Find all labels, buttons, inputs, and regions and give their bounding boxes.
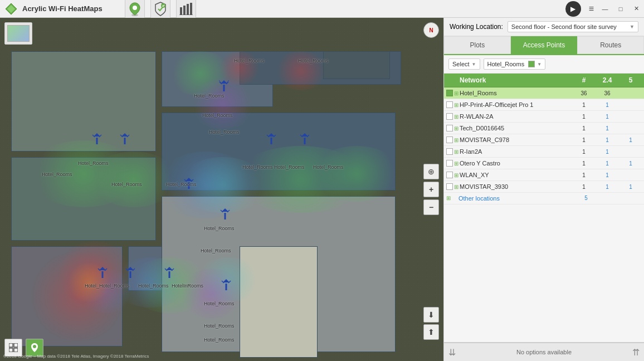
table-row[interactable]: ⊞ Tech_D0016645 1 1: [444, 123, 644, 134]
ap-icon[interactable]: [120, 132, 130, 144]
table-row[interactable]: ⊞ HP-Print-AF-Officejet Pro 1 1 1: [444, 99, 644, 111]
working-location-bar: Working Location: Second floor - Second …: [444, 18, 644, 36]
select-filter[interactable]: Select ▼: [448, 58, 480, 70]
checkbox[interactable]: [446, 136, 453, 143]
ap-icon[interactable]: [184, 177, 194, 189]
tab-plots[interactable]: Plots: [444, 36, 511, 54]
ap-icon[interactable]: [97, 266, 108, 278]
svg-marker-11: [221, 80, 227, 84]
checkbox[interactable]: [446, 148, 453, 155]
expand-button[interactable]: ⊞: [454, 160, 458, 167]
network-name: R-Ian2A: [460, 148, 572, 155]
network-name: HP-Print-AF-Officejet Pro 1: [460, 101, 572, 108]
checkbox[interactable]: [446, 101, 453, 108]
ap-icon[interactable]: [300, 132, 310, 144]
checkbox[interactable]: [446, 90, 453, 96]
map-area[interactable]: Hotel_Rooms Hotel_Rooms Hotel_Rooms Hote…: [0, 18, 443, 361]
close-button[interactable]: ✕: [628, 0, 644, 18]
table-row[interactable]: ⊞ WLAN_XY 1 1: [444, 169, 644, 181]
svg-marker-33: [186, 178, 192, 181]
expand-button[interactable]: ⊞: [454, 125, 458, 131]
row-checkbox[interactable]: ⊞: [446, 113, 458, 120]
expand-button[interactable]: ⊞: [454, 172, 458, 178]
expand-button[interactable]: ⊞: [454, 102, 458, 108]
ap-icon[interactable]: [92, 132, 102, 144]
network-5: 1: [619, 137, 642, 143]
expand-button[interactable]: ⊞: [454, 114, 458, 120]
tab-access-points[interactable]: Access Points: [511, 36, 578, 54]
other-expand-button[interactable]: ⊞: [446, 195, 458, 202]
ap-icon[interactable]: [219, 79, 229, 91]
checkbox[interactable]: [446, 172, 453, 178]
location-icon[interactable]: [125, 0, 145, 19]
network-count: 1: [573, 149, 595, 155]
table-row[interactable]: ⊞ MOVISTAR_C978 1 1 1: [444, 134, 644, 146]
other-locations-row[interactable]: ⊞ Other locations 5: [444, 193, 644, 204]
scroll-left-button[interactable]: ⇊: [448, 347, 456, 358]
row-checkbox[interactable]: ⊞: [446, 136, 458, 143]
table-row[interactable]: ⊞ MOVISTAR_3930 1 1 1: [444, 181, 644, 193]
zoom-out-button[interactable]: −: [423, 199, 439, 215]
play-button[interactable]: ▶: [565, 1, 581, 17]
dropdown-arrow: ▼: [630, 24, 635, 30]
expand-button[interactable]: ⊞: [454, 90, 458, 96]
zoom-in-button[interactable]: +: [423, 182, 439, 197]
checkbox[interactable]: [446, 125, 453, 131]
checkbox[interactable]: [446, 183, 453, 190]
status-text: No options available: [516, 349, 572, 355]
ap-icon[interactable]: [221, 278, 231, 290]
network-name: MOVISTAR_C978: [460, 136, 572, 143]
maximize-button[interactable]: □: [613, 0, 628, 18]
tab-routes[interactable]: Routes: [577, 36, 644, 54]
map-controls: ⊕ + −: [423, 164, 439, 215]
row-checkbox[interactable]: ⊞: [446, 125, 458, 131]
ap-icon[interactable]: [125, 266, 135, 278]
row-checkbox[interactable]: ⊞: [446, 172, 458, 178]
expand-button[interactable]: ⊞: [454, 184, 458, 190]
ap-icon[interactable]: [164, 266, 174, 278]
network-filter[interactable]: Hotel_Rooms ▼: [484, 58, 546, 70]
compass-button[interactable]: ⊕: [423, 164, 439, 179]
menu-button[interactable]: ≡: [586, 4, 597, 14]
network-24: 1: [596, 149, 618, 155]
checkbox[interactable]: [446, 113, 453, 120]
svg-rect-5: [180, 7, 182, 15]
svg-marker-17: [94, 133, 100, 136]
network-5: 1: [619, 184, 642, 190]
layers-button[interactable]: ⬆: [423, 324, 439, 340]
network-24: 1: [596, 102, 618, 108]
table-row[interactable]: ⊞ R-Ian2A 1 1: [444, 146, 644, 158]
network-count: 1: [573, 125, 595, 131]
table-row[interactable]: ⊞ R-WLAN-2A 1 1: [444, 111, 644, 123]
app-logo: [4, 2, 18, 16]
network-count: 1: [573, 184, 595, 190]
working-location-dropdown[interactable]: Second floor - Second floor site survey …: [508, 21, 638, 32]
row-checkbox[interactable]: ⊞: [446, 183, 458, 190]
row-checkbox[interactable]: ⊞: [446, 148, 458, 155]
row-checkbox[interactable]: ⊞: [446, 90, 458, 96]
badge-icon[interactable]: [150, 0, 170, 19]
svg-rect-16: [96, 138, 98, 144]
svg-point-60: [33, 345, 36, 348]
ap-icon[interactable]: [266, 132, 276, 144]
expand-button[interactable]: ⊞: [454, 137, 458, 143]
svg-rect-57: [14, 343, 18, 347]
network-name: Otero Y Castro: [460, 160, 572, 167]
main-content: Hotel_Rooms Hotel_Rooms Hotel_Rooms Hote…: [0, 18, 644, 361]
minimize-button[interactable]: —: [597, 0, 613, 18]
table-row[interactable]: ⊞ Hotel_Rooms 36 36: [444, 87, 644, 99]
color-indicator: [528, 61, 535, 67]
network-arrow: ▼: [537, 62, 541, 67]
expand-button[interactable]: ⊞: [454, 149, 458, 155]
ap-icon[interactable]: [220, 207, 230, 219]
scroll-right-button[interactable]: ⇈: [632, 347, 640, 358]
network-table: Network # 2.4 5 ⊞ Hotel_Rooms 36 36: [444, 74, 644, 342]
checkbox[interactable]: [446, 160, 453, 167]
download-button[interactable]: ⬇: [423, 307, 439, 323]
map-bottom-buttons: ⬇ ⬆: [423, 307, 439, 340]
row-checkbox[interactable]: ⊞: [446, 160, 458, 167]
table-row[interactable]: ⊞ Otero Y Castro 1 1 1: [444, 158, 644, 169]
row-checkbox[interactable]: ⊞: [446, 101, 458, 108]
signal-icon[interactable]: [176, 0, 196, 19]
network-count: 36: [573, 90, 595, 96]
